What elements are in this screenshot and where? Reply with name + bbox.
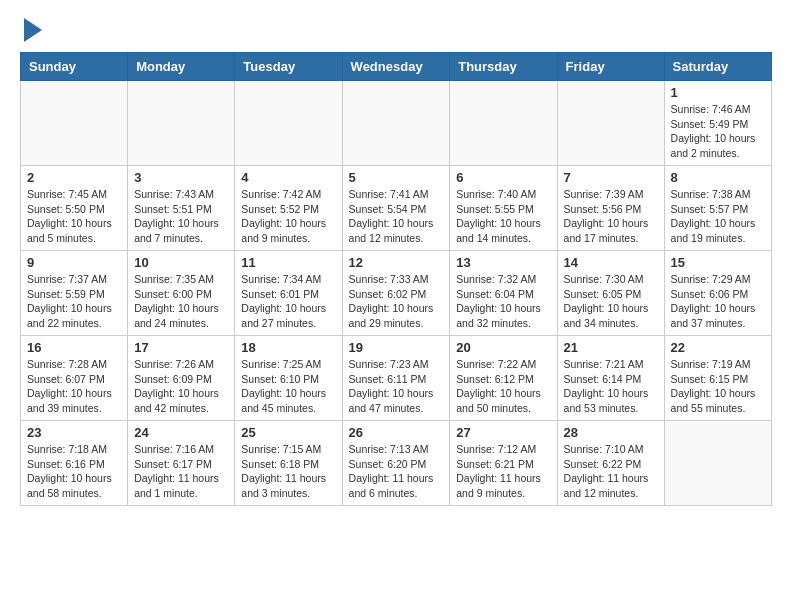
day-number: 14 (564, 255, 658, 270)
day-info-text: Sunrise: 7:12 AM Sunset: 6:21 PM Dayligh… (456, 442, 550, 501)
day-number: 5 (349, 170, 444, 185)
day-number: 18 (241, 340, 335, 355)
day-info-text: Sunrise: 7:45 AM Sunset: 5:50 PM Dayligh… (27, 187, 121, 246)
day-number: 6 (456, 170, 550, 185)
day-cell: 1Sunrise: 7:46 AM Sunset: 5:49 PM Daylig… (664, 81, 771, 166)
day-number: 11 (241, 255, 335, 270)
week-row-1: 1Sunrise: 7:46 AM Sunset: 5:49 PM Daylig… (21, 81, 772, 166)
day-number: 16 (27, 340, 121, 355)
day-info-text: Sunrise: 7:40 AM Sunset: 5:55 PM Dayligh… (456, 187, 550, 246)
day-number: 12 (349, 255, 444, 270)
day-cell: 22Sunrise: 7:19 AM Sunset: 6:15 PM Dayli… (664, 336, 771, 421)
day-number: 4 (241, 170, 335, 185)
day-info-text: Sunrise: 7:28 AM Sunset: 6:07 PM Dayligh… (27, 357, 121, 416)
week-row-4: 16Sunrise: 7:28 AM Sunset: 6:07 PM Dayli… (21, 336, 772, 421)
day-info-text: Sunrise: 7:38 AM Sunset: 5:57 PM Dayligh… (671, 187, 765, 246)
day-number: 8 (671, 170, 765, 185)
day-cell: 5Sunrise: 7:41 AM Sunset: 5:54 PM Daylig… (342, 166, 450, 251)
day-info-text: Sunrise: 7:30 AM Sunset: 6:05 PM Dayligh… (564, 272, 658, 331)
day-number: 27 (456, 425, 550, 440)
col-header-friday: Friday (557, 53, 664, 81)
col-header-thursday: Thursday (450, 53, 557, 81)
day-cell: 16Sunrise: 7:28 AM Sunset: 6:07 PM Dayli… (21, 336, 128, 421)
day-number: 24 (134, 425, 228, 440)
col-header-monday: Monday (128, 53, 235, 81)
calendar-header-row: SundayMondayTuesdayWednesdayThursdayFrid… (21, 53, 772, 81)
day-cell: 20Sunrise: 7:22 AM Sunset: 6:12 PM Dayli… (450, 336, 557, 421)
day-info-text: Sunrise: 7:25 AM Sunset: 6:10 PM Dayligh… (241, 357, 335, 416)
day-number: 21 (564, 340, 658, 355)
day-number: 13 (456, 255, 550, 270)
day-cell (128, 81, 235, 166)
day-cell: 23Sunrise: 7:18 AM Sunset: 6:16 PM Dayli… (21, 421, 128, 506)
week-row-2: 2Sunrise: 7:45 AM Sunset: 5:50 PM Daylig… (21, 166, 772, 251)
col-header-wednesday: Wednesday (342, 53, 450, 81)
day-cell: 11Sunrise: 7:34 AM Sunset: 6:01 PM Dayli… (235, 251, 342, 336)
day-cell: 4Sunrise: 7:42 AM Sunset: 5:52 PM Daylig… (235, 166, 342, 251)
day-cell: 26Sunrise: 7:13 AM Sunset: 6:20 PM Dayli… (342, 421, 450, 506)
col-header-tuesday: Tuesday (235, 53, 342, 81)
day-info-text: Sunrise: 7:15 AM Sunset: 6:18 PM Dayligh… (241, 442, 335, 501)
day-cell (664, 421, 771, 506)
day-number: 20 (456, 340, 550, 355)
day-cell: 2Sunrise: 7:45 AM Sunset: 5:50 PM Daylig… (21, 166, 128, 251)
day-number: 15 (671, 255, 765, 270)
day-cell: 24Sunrise: 7:16 AM Sunset: 6:17 PM Dayli… (128, 421, 235, 506)
day-cell: 18Sunrise: 7:25 AM Sunset: 6:10 PM Dayli… (235, 336, 342, 421)
day-info-text: Sunrise: 7:19 AM Sunset: 6:15 PM Dayligh… (671, 357, 765, 416)
week-row-3: 9Sunrise: 7:37 AM Sunset: 5:59 PM Daylig… (21, 251, 772, 336)
day-info-text: Sunrise: 7:37 AM Sunset: 5:59 PM Dayligh… (27, 272, 121, 331)
day-cell: 15Sunrise: 7:29 AM Sunset: 6:06 PM Dayli… (664, 251, 771, 336)
day-info-text: Sunrise: 7:10 AM Sunset: 6:22 PM Dayligh… (564, 442, 658, 501)
day-cell: 12Sunrise: 7:33 AM Sunset: 6:02 PM Dayli… (342, 251, 450, 336)
day-info-text: Sunrise: 7:29 AM Sunset: 6:06 PM Dayligh… (671, 272, 765, 331)
day-info-text: Sunrise: 7:18 AM Sunset: 6:16 PM Dayligh… (27, 442, 121, 501)
day-info-text: Sunrise: 7:41 AM Sunset: 5:54 PM Dayligh… (349, 187, 444, 246)
day-cell: 27Sunrise: 7:12 AM Sunset: 6:21 PM Dayli… (450, 421, 557, 506)
logo (20, 20, 42, 42)
day-info-text: Sunrise: 7:34 AM Sunset: 6:01 PM Dayligh… (241, 272, 335, 331)
day-cell (235, 81, 342, 166)
day-number: 22 (671, 340, 765, 355)
day-number: 7 (564, 170, 658, 185)
day-number: 19 (349, 340, 444, 355)
day-cell: 17Sunrise: 7:26 AM Sunset: 6:09 PM Dayli… (128, 336, 235, 421)
day-info-text: Sunrise: 7:21 AM Sunset: 6:14 PM Dayligh… (564, 357, 658, 416)
day-cell: 21Sunrise: 7:21 AM Sunset: 6:14 PM Dayli… (557, 336, 664, 421)
day-cell: 7Sunrise: 7:39 AM Sunset: 5:56 PM Daylig… (557, 166, 664, 251)
day-cell: 6Sunrise: 7:40 AM Sunset: 5:55 PM Daylig… (450, 166, 557, 251)
day-cell: 28Sunrise: 7:10 AM Sunset: 6:22 PM Dayli… (557, 421, 664, 506)
day-cell: 25Sunrise: 7:15 AM Sunset: 6:18 PM Dayli… (235, 421, 342, 506)
day-number: 2 (27, 170, 121, 185)
day-number: 23 (27, 425, 121, 440)
day-number: 17 (134, 340, 228, 355)
page-header (20, 20, 772, 42)
logo-arrow-icon (24, 18, 42, 42)
day-cell (450, 81, 557, 166)
day-cell: 13Sunrise: 7:32 AM Sunset: 6:04 PM Dayli… (450, 251, 557, 336)
day-cell: 19Sunrise: 7:23 AM Sunset: 6:11 PM Dayli… (342, 336, 450, 421)
day-number: 1 (671, 85, 765, 100)
day-info-text: Sunrise: 7:35 AM Sunset: 6:00 PM Dayligh… (134, 272, 228, 331)
day-info-text: Sunrise: 7:32 AM Sunset: 6:04 PM Dayligh… (456, 272, 550, 331)
day-info-text: Sunrise: 7:22 AM Sunset: 6:12 PM Dayligh… (456, 357, 550, 416)
day-info-text: Sunrise: 7:23 AM Sunset: 6:11 PM Dayligh… (349, 357, 444, 416)
day-info-text: Sunrise: 7:39 AM Sunset: 5:56 PM Dayligh… (564, 187, 658, 246)
day-number: 26 (349, 425, 444, 440)
day-info-text: Sunrise: 7:42 AM Sunset: 5:52 PM Dayligh… (241, 187, 335, 246)
week-row-5: 23Sunrise: 7:18 AM Sunset: 6:16 PM Dayli… (21, 421, 772, 506)
day-info-text: Sunrise: 7:16 AM Sunset: 6:17 PM Dayligh… (134, 442, 228, 501)
calendar-table: SundayMondayTuesdayWednesdayThursdayFrid… (20, 52, 772, 506)
day-cell: 9Sunrise: 7:37 AM Sunset: 5:59 PM Daylig… (21, 251, 128, 336)
day-cell (557, 81, 664, 166)
day-info-text: Sunrise: 7:43 AM Sunset: 5:51 PM Dayligh… (134, 187, 228, 246)
day-number: 25 (241, 425, 335, 440)
day-info-text: Sunrise: 7:13 AM Sunset: 6:20 PM Dayligh… (349, 442, 444, 501)
day-info-text: Sunrise: 7:33 AM Sunset: 6:02 PM Dayligh… (349, 272, 444, 331)
day-cell: 14Sunrise: 7:30 AM Sunset: 6:05 PM Dayli… (557, 251, 664, 336)
day-number: 10 (134, 255, 228, 270)
day-cell: 10Sunrise: 7:35 AM Sunset: 6:00 PM Dayli… (128, 251, 235, 336)
day-number: 3 (134, 170, 228, 185)
day-info-text: Sunrise: 7:26 AM Sunset: 6:09 PM Dayligh… (134, 357, 228, 416)
col-header-saturday: Saturday (664, 53, 771, 81)
